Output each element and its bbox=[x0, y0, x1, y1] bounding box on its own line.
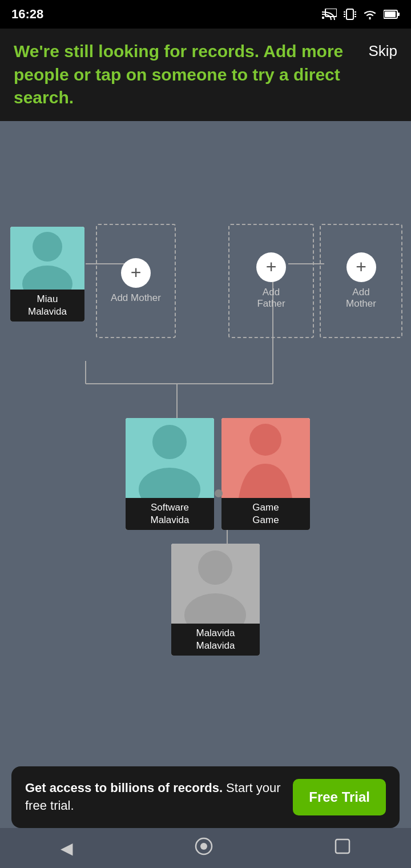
status-time: 16:28 bbox=[11, 7, 43, 22]
add-mother-1-label: Add Mother bbox=[111, 292, 161, 304]
malavida-malavida-label: MalavidaMalavida bbox=[171, 624, 260, 656]
svg-point-24 bbox=[139, 468, 200, 498]
svg-rect-10 bbox=[385, 11, 396, 17]
header-message: We're still looking for records. Add mor… bbox=[14, 40, 357, 110]
person-malavida-malavida[interactable]: MalavidaMalavida bbox=[171, 544, 260, 656]
add-father-plus-icon: + bbox=[256, 252, 286, 282]
add-mother-2-card[interactable]: + AddMother bbox=[320, 224, 402, 338]
nav-square-button[interactable] bbox=[335, 838, 350, 858]
svg-point-30 bbox=[200, 843, 207, 850]
banner-strong-text: Get access to billions of records. bbox=[25, 781, 223, 795]
add-mother-2-label: AddMother bbox=[346, 287, 376, 310]
person-software-malavida[interactable]: SoftwareMalavida bbox=[126, 418, 214, 530]
vibrate-icon bbox=[344, 8, 356, 21]
main-content: MiauMalavida + Add Mother + AddFather + … bbox=[0, 121, 411, 749]
svg-point-23 bbox=[152, 425, 187, 459]
bottom-nav: ◀ bbox=[0, 828, 411, 868]
miau-malavida-label: MiauMalavida bbox=[10, 290, 84, 322]
svg-rect-2 bbox=[346, 9, 353, 19]
wifi-icon bbox=[363, 9, 377, 19]
svg-point-25 bbox=[249, 424, 281, 456]
svg-point-22 bbox=[22, 266, 72, 290]
game-game-label: GameGame bbox=[221, 498, 310, 530]
battery-icon bbox=[384, 10, 400, 19]
skip-button[interactable]: Skip bbox=[368, 40, 397, 60]
software-malavida-label: SoftwareMalavida bbox=[126, 498, 214, 530]
status-icons bbox=[322, 8, 400, 21]
header: We're still looking for records. Add mor… bbox=[0, 29, 411, 121]
bottom-banner: Get access to billions of records. Start… bbox=[11, 766, 400, 828]
person-miau-malavida[interactable]: MiauMalavida bbox=[10, 227, 84, 322]
svg-point-26 bbox=[198, 550, 232, 585]
cast-icon bbox=[322, 9, 337, 20]
status-bar: 16:28 bbox=[0, 0, 411, 29]
svg-rect-31 bbox=[336, 839, 349, 853]
free-trial-button[interactable]: Free Trial bbox=[293, 779, 386, 815]
svg-rect-0 bbox=[322, 17, 324, 19]
add-father-label: AddFather bbox=[257, 287, 285, 310]
add-mother-1-plus-icon: + bbox=[121, 258, 151, 288]
svg-rect-11 bbox=[397, 13, 400, 16]
nav-back-button[interactable]: ◀ bbox=[61, 839, 73, 858]
svg-point-21 bbox=[33, 232, 62, 262]
add-father-card[interactable]: + AddFather bbox=[228, 224, 314, 338]
banner-text: Get access to billions of records. Start… bbox=[25, 779, 281, 815]
add-mother-1-card[interactable]: + Add Mother bbox=[96, 224, 176, 338]
add-mother-2-plus-icon: + bbox=[346, 252, 376, 282]
person-game-game[interactable]: GameGame bbox=[221, 418, 310, 530]
nav-home-button[interactable] bbox=[194, 837, 213, 860]
family-tree: MiauMalavida + Add Mother + AddFather + … bbox=[0, 138, 411, 652]
svg-point-27 bbox=[184, 593, 246, 624]
